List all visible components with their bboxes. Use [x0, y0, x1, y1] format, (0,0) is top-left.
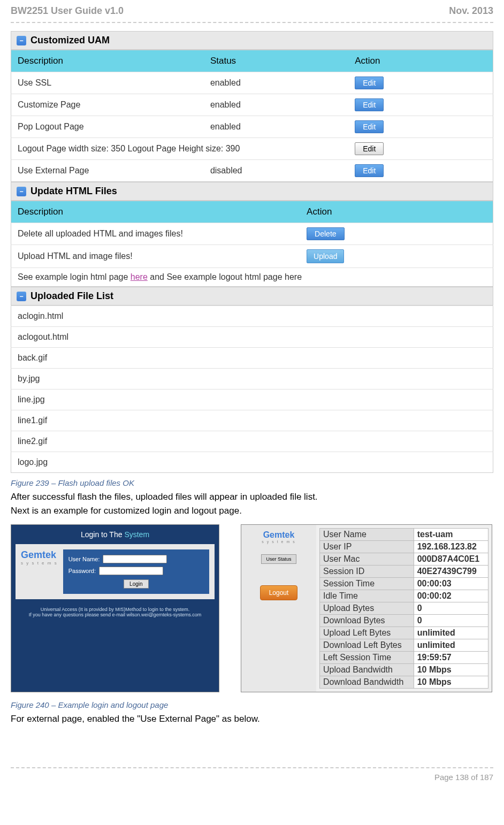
section-uploaded-files-header: − Uploaded File List	[11, 287, 493, 305]
example-login-link[interactable]: here	[131, 272, 148, 281]
collapse-icon[interactable]: −	[17, 36, 26, 45]
edit-button[interactable]: Edit	[355, 77, 384, 89]
th-action: Action	[300, 201, 493, 223]
gemtek-logo: Gemtek	[247, 530, 311, 540]
example-text: See example login html page here and See…	[11, 268, 493, 287]
table-row: Use External Page disabled Edit	[11, 160, 493, 182]
logout-button[interactable]: Logout	[260, 585, 298, 600]
cell-desc: Upload HTML and image files!	[11, 245, 301, 268]
table-row: Delete all uploaded HTML and images file…	[11, 223, 493, 245]
file-item: by.jpg	[11, 369, 493, 389]
login-title: Login to The System	[11, 525, 219, 544]
body-text: Next is an example for customized login …	[11, 506, 493, 516]
collapse-icon[interactable]: −	[17, 292, 26, 301]
cell-desc: Logout Page width size: 350 Logout Page …	[11, 138, 349, 160]
login-footer: Universal Access (It is provided by MIS)…	[11, 604, 219, 621]
file-item: line2.gif	[11, 431, 493, 452]
header-left: BW2251 User Guide v1.0	[11, 5, 124, 17]
logout-example: Gemtek s y s t e m s User Status Logout …	[241, 524, 492, 692]
cell-desc: Customize Page	[11, 94, 204, 116]
login-logout-examples: Login to The System Gemtek s y s t e m s…	[11, 524, 493, 692]
cell-desc: Use External Page	[11, 160, 204, 182]
table-row: Pop Logout Page enabled Edit	[11, 116, 493, 138]
cell-status: disabled	[204, 160, 348, 182]
page-footer: Page 138 of 187	[11, 767, 493, 786]
section-update-html-header: − Update HTML Files	[11, 182, 493, 201]
table-row: Upload HTML and image files! Upload	[11, 245, 493, 268]
collapse-icon[interactable]: −	[17, 187, 26, 196]
doc-header: BW2251 User Guide v1.0 Nov. 2013	[11, 0, 493, 23]
file-item: back.gif	[11, 348, 493, 369]
file-item: logo.jpg	[11, 452, 493, 473]
table-row: Customize Page enabled Edit	[11, 94, 493, 116]
body-text: After successful flash the files, upload…	[11, 492, 493, 502]
file-item: aclogout.html	[11, 327, 493, 348]
status-table: User Nametest-uam User IP192.168.123.82 …	[319, 528, 488, 689]
username-label: User Name:	[68, 556, 100, 562]
user-status-button[interactable]: User Status	[261, 554, 296, 564]
upload-button[interactable]: Upload	[307, 249, 344, 263]
figure-caption-239: Figure 239 – Flash upload files OK	[11, 478, 493, 487]
table-row: See example login html page here and See…	[11, 268, 493, 287]
cell-status: enabled	[204, 72, 348, 94]
cell-status: enabled	[204, 116, 348, 138]
th-action: Action	[348, 50, 493, 72]
uploaded-file-list: aclogin.html aclogout.html back.gif by.j…	[11, 305, 493, 473]
edit-button[interactable]: Edit	[355, 98, 384, 111]
cell-desc: Delete all uploaded HTML and images file…	[11, 223, 301, 245]
login-example: Login to The System Gemtek s y s t e m s…	[11, 524, 219, 692]
table-row: Use SSL enabled Edit	[11, 72, 493, 94]
th-desc: Description	[11, 201, 301, 223]
body-text: For external page, enabled the "Use Exte…	[11, 714, 493, 724]
file-item: line1.gif	[11, 410, 493, 431]
file-item: aclogin.html	[11, 306, 493, 327]
delete-button[interactable]: Delete	[307, 227, 344, 240]
cell-desc: Pop Logout Page	[11, 116, 204, 138]
login-button[interactable]: Login	[124, 579, 148, 589]
section-title: Update HTML Files	[30, 186, 117, 197]
edit-button[interactable]: Edit	[355, 164, 384, 177]
section-title: Uploaded File List	[30, 291, 113, 302]
gemtek-logo: Gemtek s y s t e m s	[21, 549, 58, 594]
update-html-table: Description Action Delete all uploaded H…	[11, 201, 493, 287]
cell-status: enabled	[204, 94, 348, 116]
username-input[interactable]	[103, 555, 167, 563]
th-status: Status	[204, 50, 348, 72]
customized-uam-table: Description Status Action Use SSL enable…	[11, 50, 493, 182]
section-title: Customized UAM	[30, 35, 110, 46]
file-item: line.jpg	[11, 389, 493, 410]
figure-caption-240: Figure 240 – Example login and logout pa…	[11, 700, 493, 709]
edit-button[interactable]: Edit	[355, 142, 384, 155]
login-form: User Name: Password: Login	[63, 549, 209, 594]
password-input[interactable]	[99, 567, 163, 575]
cell-desc: Use SSL	[11, 72, 204, 94]
header-right: Nov. 2013	[449, 5, 493, 17]
th-desc: Description	[11, 50, 204, 72]
password-label: Password:	[68, 568, 96, 574]
section-customized-uam-header: − Customized UAM	[11, 31, 493, 50]
edit-button[interactable]: Edit	[355, 120, 384, 133]
table-row: Logout Page width size: 350 Logout Page …	[11, 138, 493, 160]
